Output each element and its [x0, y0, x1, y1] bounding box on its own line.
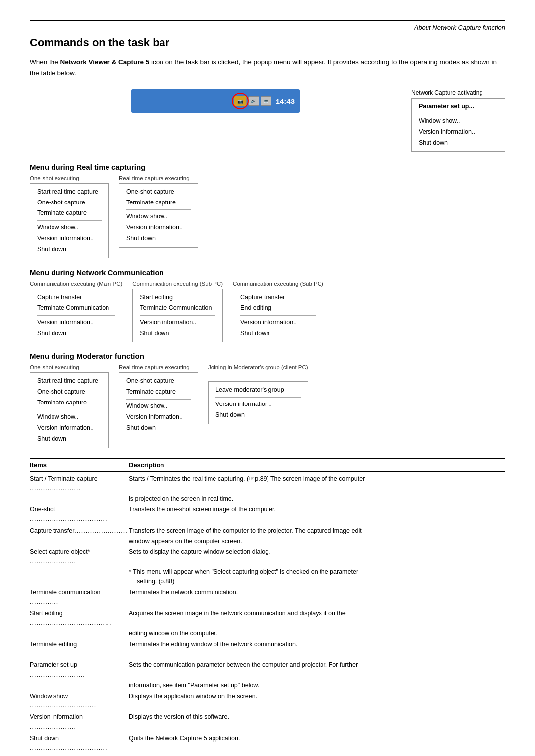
col-items-header: Items [30, 461, 129, 469]
item-cell: Terminate editing ......................… [30, 640, 129, 659]
desc-cell: Sets to display the capture window selec… [129, 547, 505, 566]
item-cell: Start editing...........................… [30, 609, 129, 628]
desc-cell: Sets the communication parameter between… [129, 660, 505, 680]
nc-menu-box: Parameter set up... Window show.. Versio… [411, 98, 505, 152]
desc-cell: Acquires the screen image in the network… [129, 609, 505, 628]
realtime-col1: One-shot executing Start real time captu… [30, 175, 109, 258]
table-row: Start / Terminate capture...............… [30, 473, 505, 495]
table-header-row: Items Description [30, 458, 505, 472]
item-cell: Capture transfer........................ [30, 526, 129, 536]
realtime-col2-label: Real time capture executing [119, 175, 198, 181]
table-row: Version information ....................… [30, 711, 505, 733]
network-section: Menu during Network Communication Commun… [30, 268, 505, 343]
page-header: About Network Capture function [30, 20, 505, 31]
desc-cell: Terminates the editing window of the net… [129, 640, 505, 659]
table-row: Window show.............................… [30, 691, 505, 712]
desc-cell: Quits the Network Capture 5 application. [129, 734, 505, 753]
network-col2-label: Communication executing (Sub PC) [132, 281, 223, 287]
moderator-menu-grid: One-shot executing Start real time captu… [30, 364, 505, 448]
moderator-col2-label: Real time capture executing [119, 364, 198, 370]
nc-menu-item-4: Shut down [419, 138, 498, 149]
network-col3: Communication executing (Sub PC) Capture… [233, 281, 323, 343]
section-title: Commands on the task bar [30, 36, 505, 49]
item-cell: One-shot................................… [30, 505, 129, 524]
table-row: One-shot................................… [30, 504, 505, 525]
desc-cell: Displays the application window on the s… [129, 692, 505, 711]
desc-cell: Terminates the network communication. [129, 588, 505, 607]
moderator-col2: Real time capture executing One-shot cap… [119, 364, 198, 437]
network-menu-grid: Communication executing (Main PC) Captur… [30, 281, 505, 343]
moderator-col3-box: Leave moderator's group Version informat… [208, 381, 308, 424]
nc-menu-item-3: Version information.. [419, 127, 498, 138]
item-cell: Start / Terminate capture...............… [30, 474, 129, 494]
nc-activating-area: Network Capture activating Parameter set… [411, 89, 505, 152]
item-cell: Shut down...............................… [30, 734, 129, 753]
table-row-continued: editing window on the computer. [30, 629, 505, 638]
item-cell: Parameter set up .......................… [30, 660, 129, 680]
taskbar-visual: 📷 🔊 💻 14:43 [131, 89, 300, 113]
table-row-continued: is projected on the screen in real time. [30, 494, 505, 504]
realtime-title: Menu during Real time capturing [30, 163, 505, 171]
item-cell: Select capture object*..................… [30, 547, 129, 566]
network-col3-label: Communication executing (Sub PC) [233, 281, 323, 287]
desc-cell: Transfers the one-shot screen image of t… [129, 505, 505, 524]
network-col1-box: Capture transfer Terminate Communication… [30, 289, 122, 343]
col-desc-header: Description [129, 461, 505, 469]
intro-text: When the Network Viewer & Capture 5 icon… [30, 57, 505, 78]
network-col2-box: Start editing Terminate Communication Ve… [132, 289, 223, 343]
taskbar-icon-3: 💻 [261, 96, 271, 106]
table-row: Start editing...........................… [30, 608, 505, 629]
item-cell: Window show.............................… [30, 692, 129, 711]
network-title: Menu during Network Communication [30, 268, 505, 277]
moderator-col2-box: One-shot capture Terminate capture Windo… [119, 372, 198, 437]
taskbar-time: 14:43 [276, 97, 295, 105]
network-col1-label: Communication executing (Main PC) [30, 281, 122, 287]
table-row-continued: * This menu will appear when "Select cap… [30, 567, 505, 577]
realtime-col1-box: Start real time capture One-shot capture… [30, 183, 109, 258]
table-row-continued: information, see item "Parameter set up"… [30, 681, 505, 690]
realtime-col2-box: One-shot capture Terminate capture Windo… [119, 183, 198, 248]
nc-menu-item-2: Window show.. [419, 116, 498, 127]
nc-menu-item-1: Parameter set up... [419, 101, 498, 112]
realtime-section: Menu during Real time capturing One-shot… [30, 163, 505, 258]
moderator-col1-label: One-shot executing [30, 364, 109, 370]
moderator-section: Menu during Moderator function One-shot … [30, 352, 505, 448]
realtime-menu-grid: One-shot executing Start real time captu… [30, 175, 505, 258]
moderator-col1-box: Start real time capture One-shot capture… [30, 372, 109, 448]
taskbar-icon-2: 🔊 [248, 96, 259, 106]
table-row: Capture transfer........................… [30, 525, 505, 537]
realtime-col1-label: One-shot executing [30, 175, 109, 181]
network-col3-box: Capture transfer End editing Version inf… [233, 289, 323, 343]
table-row-continued: setting. (p.88) [30, 577, 505, 586]
table-row: Shut down...............................… [30, 733, 505, 754]
network-col2: Communication executing (Sub PC) Start e… [132, 281, 223, 343]
taskbar-area: 📷 🔊 💻 14:43 [30, 89, 401, 115]
desc-cell: Starts / Terminates the real time captur… [129, 474, 505, 494]
description-table-section: Items Description Start / Terminate capt… [30, 458, 505, 754]
moderator-col1: One-shot executing Start real time captu… [30, 364, 109, 448]
moderator-title: Menu during Moderator function [30, 352, 505, 360]
network-col1: Communication executing (Main PC) Captur… [30, 281, 122, 343]
desc-cell: Displays the version of this software. [129, 712, 505, 732]
table-row: Select capture object*..................… [30, 546, 505, 567]
table-row-continued: window appears on the computer screen. [30, 537, 505, 546]
table-row: Terminate editing ......................… [30, 639, 505, 660]
realtime-col2: Real time capture executing One-shot cap… [119, 175, 198, 248]
table-row: Terminate communication............. Ter… [30, 587, 505, 608]
moderator-col3: Joining in Moderator's group (client PC)… [208, 364, 308, 424]
moderator-col3-label: Joining in Moderator's group (client PC) [208, 364, 308, 370]
item-cell: Version information ....................… [30, 712, 129, 732]
desc-cell: Transfers the screen image of the comput… [129, 526, 505, 536]
item-cell: Terminate communication............. [30, 588, 129, 607]
table-row: Parameter set up .......................… [30, 659, 505, 681]
nc-label: Network Capture activating [411, 89, 505, 96]
